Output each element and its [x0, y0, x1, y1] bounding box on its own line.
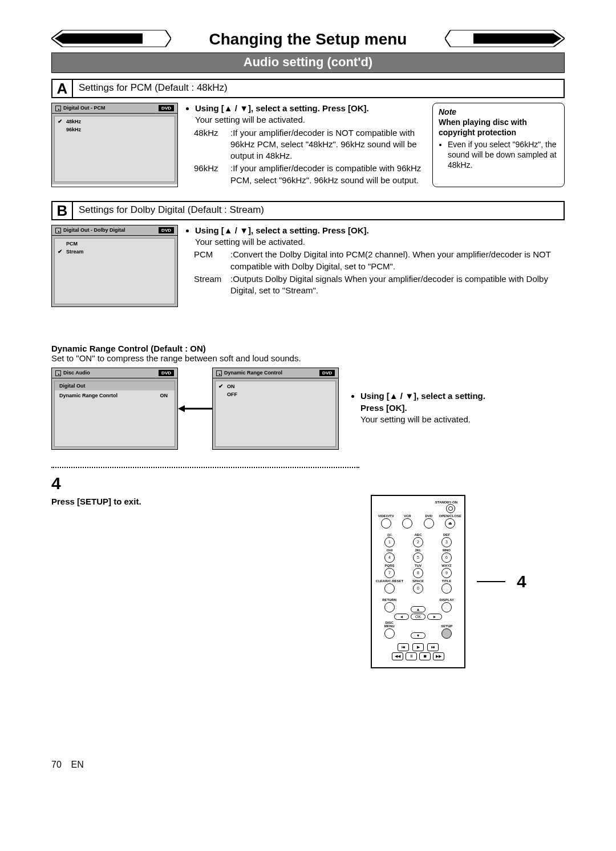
- section-b-title: Settings for Dolby Digital (Default : St…: [73, 201, 565, 220]
- prev-button[interactable]: ⏮: [398, 643, 409, 651]
- osd-disc-drc[interactable]: Dynamic Range ConrtolON: [55, 392, 175, 400]
- section-b-header: B Settings for Dolby Digital (Default : …: [51, 201, 565, 220]
- pause-button[interactable]: ⏸: [406, 652, 417, 660]
- clear-button[interactable]: [384, 583, 395, 594]
- disc-menu-button[interactable]: [384, 628, 395, 639]
- setup-button[interactable]: [441, 628, 452, 639]
- play-button[interactable]: ▶: [412, 643, 424, 651]
- note-box: Note When playing disc with copyright pr…: [432, 103, 565, 187]
- ok-button[interactable]: OK: [411, 614, 425, 620]
- display-button[interactable]: [441, 602, 452, 612]
- osd-drc: Dynamic Range Control DVD ✔ON OFF: [212, 368, 339, 450]
- remote-control: STANDBY-ON VIDEO/TV VCR DVD OPEN/CLOSE⏏ …: [371, 495, 465, 668]
- decor-right: [445, 30, 565, 49]
- num-4-button[interactable]: 4: [384, 552, 395, 563]
- dvd-button[interactable]: [424, 518, 434, 529]
- drc-sub: Set to "ON" to compress the range betwee…: [51, 353, 565, 363]
- ffwd-button[interactable]: ▶▶: [433, 652, 444, 660]
- page-footer: 70 EN: [51, 760, 565, 770]
- num-7-button[interactable]: 7: [384, 568, 395, 578]
- stop-button[interactable]: ⏹: [419, 652, 431, 660]
- check-icon: ✔: [58, 118, 62, 124]
- svg-marker-3: [473, 34, 561, 44]
- left-button[interactable]: ◄: [394, 614, 409, 620]
- osd-dolby-tag: DVD: [159, 227, 174, 233]
- osd-drc-off[interactable]: OFF: [216, 390, 335, 398]
- osd-disc-digital-out[interactable]: Digital Out: [55, 381, 175, 390]
- bidirectional-arrow-icon: [178, 403, 212, 414]
- osd-pcm-tag: DVD: [159, 105, 174, 111]
- drc-desc: Using [▲ / ▼], select a setting. Press […: [350, 390, 499, 426]
- note-subtitle: When playing disc with copyright protect…: [439, 117, 558, 138]
- osd-pcm-item-48[interactable]: ✔48kHz: [55, 118, 175, 126]
- num-6-button[interactable]: 6: [441, 552, 452, 563]
- drc-heading: Dynamic Range Control (Default : ON): [51, 344, 565, 353]
- osd-drc-on[interactable]: ✔ON: [216, 382, 335, 390]
- title-button[interactable]: [441, 583, 452, 594]
- step-divider: [51, 467, 359, 468]
- check-icon: ✔: [218, 383, 223, 389]
- disc-icon: [55, 106, 61, 111]
- right-button[interactable]: ►: [427, 614, 442, 620]
- callout-number: 4: [517, 572, 526, 591]
- section-a-title: Settings for PCM (Default : 48kHz): [73, 79, 565, 98]
- num-3-button[interactable]: 3: [441, 537, 452, 547]
- svg-marker-5: [178, 405, 185, 412]
- page-title-banner: Changing the Setup menu: [51, 29, 565, 50]
- next-button[interactable]: ⏭: [427, 643, 439, 651]
- num-0-button[interactable]: 0: [413, 583, 423, 594]
- section-a-header: A Settings for PCM (Default : 48kHz): [51, 79, 565, 98]
- section-b-letter: B: [51, 201, 73, 220]
- vcr-button[interactable]: [402, 518, 412, 529]
- step-4-number: 4: [51, 474, 565, 493]
- osd-pcm-title: Digital Out - PCM: [63, 105, 106, 111]
- open-close-button[interactable]: ⏏: [445, 518, 455, 529]
- osd-pcm-item-96[interactable]: 96kHz: [55, 126, 175, 134]
- osd-dolby-title: Digital Out - Dolby Digital: [63, 227, 125, 233]
- section-a-desc: Using [▲ / ▼], select a setting. Press […: [185, 103, 425, 187]
- num-8-button[interactable]: 8: [413, 568, 423, 578]
- osd-dolby-item-stream[interactable]: ✔Stream: [55, 248, 175, 256]
- num-1-button[interactable]: 1: [384, 537, 395, 547]
- num-2-button[interactable]: 2: [413, 537, 423, 547]
- num-5-button[interactable]: 5: [413, 552, 423, 563]
- disc-icon: [55, 228, 61, 233]
- rewind-button[interactable]: ◀◀: [392, 652, 403, 660]
- callout-line: [477, 581, 505, 582]
- section-b-desc: Using [▲ / ▼], select a setting. Press […: [185, 225, 565, 307]
- check-icon: ✔: [58, 248, 62, 255]
- up-button[interactable]: ▲: [411, 606, 425, 612]
- num-9-button[interactable]: 9: [441, 568, 452, 578]
- subtitle-bar: Audio setting (cont'd): [51, 53, 565, 73]
- section-a-letter: A: [51, 79, 73, 98]
- power-icon[interactable]: [446, 504, 455, 513]
- osd-disc-audio: Disc Audio DVD Digital Out Dynamic Range…: [51, 368, 178, 450]
- video-tv-button[interactable]: [381, 518, 391, 529]
- osd-dolby: Digital Out - Dolby Digital DVD PCM ✔Str…: [51, 225, 178, 307]
- disc-icon: [216, 370, 222, 376]
- osd-dolby-item-pcm[interactable]: PCM: [55, 240, 175, 248]
- note-title: Note: [439, 107, 558, 117]
- osd-pcm: Digital Out - PCM DVD ✔48kHz 96kHz: [51, 103, 178, 187]
- disc-icon: [55, 370, 61, 376]
- down-button[interactable]: ▼: [411, 632, 425, 639]
- return-button[interactable]: [384, 602, 395, 612]
